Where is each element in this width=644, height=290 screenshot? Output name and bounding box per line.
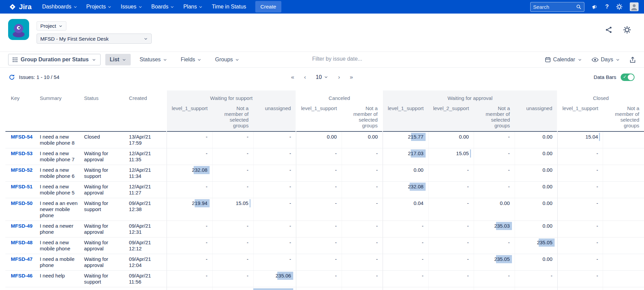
duration-cell: 235.05 [474, 254, 515, 271]
issue-key-link[interactable]: MFSD-47 [11, 256, 33, 262]
page-size-select[interactable]: 10 [316, 74, 328, 80]
view-mode-button[interactable]: List [105, 54, 131, 65]
issue-key-link[interactable]: MFSD-52 [11, 167, 33, 173]
duration-unit-button[interactable]: Days [592, 57, 620, 63]
summary-cell: I need a mobile phone [37, 254, 81, 271]
duration-cell: - [212, 221, 253, 237]
page-settings-button[interactable] [623, 26, 631, 34]
duration-value: - [467, 223, 469, 229]
issue-key-link[interactable]: MFSD-50 [11, 200, 33, 206]
menu-button-statuses[interactable]: Statuses [139, 57, 167, 63]
duration-cell: - [212, 287, 253, 290]
duration-value: - [289, 240, 291, 245]
duration-cell: 235.06 [253, 271, 296, 287]
nav-item-plans[interactable]: Plans [179, 0, 207, 14]
brand-text: Jira [19, 3, 31, 11]
project-select[interactable]: MFSD - My First Service Desk [37, 34, 152, 44]
duration-cell: - [474, 148, 515, 165]
duration-value: - [467, 240, 469, 245]
duration-cell: 235.03 [474, 221, 515, 237]
duration-value: 232.08 [192, 167, 208, 173]
export-button[interactable] [629, 56, 636, 63]
duration-cell [603, 165, 644, 182]
nav-item-boards[interactable]: Boards [147, 0, 179, 14]
summary-cell: I need a new mobile phone 6 [37, 165, 81, 182]
jira-logo-icon [9, 3, 16, 11]
scope-selector-button[interactable]: Project [37, 21, 66, 30]
chevron-down-icon [122, 58, 126, 62]
calendar-button[interactable]: Calendar [545, 57, 582, 63]
megaphone-icon[interactable] [592, 3, 598, 10]
duration-cell: 0.04 [383, 198, 428, 221]
search-input[interactable] [533, 4, 576, 10]
duration-value: - [596, 167, 598, 173]
share-button[interactable] [605, 26, 613, 34]
issue-row-mfsd-51: MFSD-51I need a new mobile phone 5Waitin… [5, 182, 644, 198]
duration-value: - [596, 184, 598, 189]
group-header-canceled: Canceled [296, 90, 383, 105]
duration-value: - [335, 273, 337, 278]
project-avatar [8, 19, 29, 40]
menu-button-groups[interactable]: Groups [215, 57, 239, 63]
key-cell: MFSD-45 [5, 287, 37, 290]
created-cell: 09/Apr/21 12:12 [126, 237, 167, 254]
jira-logo[interactable]: Jira [9, 3, 31, 11]
data-bars-label: Data Bars [594, 74, 616, 80]
issue-date-filter-input[interactable] [312, 56, 414, 62]
first-page-button[interactable]: « [291, 74, 294, 81]
report-type-button[interactable]: Group Duration per Status [8, 54, 101, 65]
last-page-button[interactable]: » [350, 74, 353, 81]
issue-key-link[interactable]: MFSD-54 [11, 134, 33, 140]
issue-key-link[interactable]: MFSD-48 [11, 240, 33, 245]
duration-value: - [467, 256, 469, 262]
project-header-actions [605, 26, 631, 34]
created-cell: 12/Apr/21 11:27 [126, 182, 167, 198]
group-header-closed: Closed [557, 90, 644, 105]
settings-gear-icon[interactable] [616, 3, 623, 10]
duration-value: - [376, 273, 378, 278]
issue-key-link[interactable]: MFSD-49 [11, 223, 33, 229]
duration-cell: 219.94 [167, 198, 212, 221]
nav-item-issues[interactable]: Issues [116, 0, 147, 14]
nav-item-projects[interactable]: Projects [82, 0, 116, 14]
user-avatar[interactable] [630, 2, 639, 11]
duration-cell: - [167, 182, 212, 198]
create-button[interactable]: Create [255, 1, 281, 13]
duration-cell [603, 182, 644, 198]
project-header: Project MFSD - My First Service Desk [0, 14, 644, 51]
duration-cell: - [342, 287, 383, 290]
created-cell: 09/Apr/21 12:04 [126, 254, 167, 271]
data-bars-toggle[interactable]: ✓ [621, 74, 635, 81]
help-icon[interactable]: ? [605, 3, 609, 10]
duration-cell: 235.05 [515, 237, 557, 254]
report-table-wrap: KeySummaryStatusCreatedWaiting for suppo… [5, 90, 644, 290]
chevron-down-icon [578, 58, 582, 62]
issue-key-link[interactable]: MFSD-51 [11, 184, 33, 189]
navbar-search[interactable] [530, 2, 584, 12]
summary-cell: I need a newer phone [37, 221, 81, 237]
menu-button-fields[interactable]: Fields [181, 57, 202, 63]
duration-cell: - [296, 148, 342, 165]
summary-cell: Request from JSD portal 1 [37, 287, 81, 290]
duration-value: - [247, 223, 249, 229]
status-cell: Waiting for support [81, 287, 126, 290]
issue-key-link[interactable]: MFSD-53 [11, 150, 33, 156]
status-cell: Waiting for approval [81, 254, 126, 271]
nav-item-time-in-status[interactable]: Time in Status [207, 0, 251, 14]
prev-page-button[interactable]: ‹ [304, 74, 306, 81]
refresh-button[interactable] [9, 74, 15, 80]
duration-value: 15.05 [456, 150, 469, 156]
duration-cell: - [557, 254, 603, 271]
duration-cell: - [296, 237, 342, 254]
issue-key-link[interactable]: MFSD-46 [11, 273, 33, 278]
pager: « ‹ 10 › » [291, 74, 353, 81]
duration-value: 215.77 [408, 134, 424, 140]
toggle-knob [628, 74, 634, 80]
next-page-button[interactable]: › [338, 74, 340, 81]
duration-cell: - [474, 165, 515, 182]
scope-label: Project [40, 23, 56, 29]
nav-item-dashboards[interactable]: Dashboards [38, 0, 82, 14]
nav-item-label: Plans [183, 4, 197, 10]
created-cell: 12/Apr/21 11:34 [126, 165, 167, 182]
navbar-menu: DashboardsProjectsIssuesBoardsPlansTime … [38, 0, 251, 14]
